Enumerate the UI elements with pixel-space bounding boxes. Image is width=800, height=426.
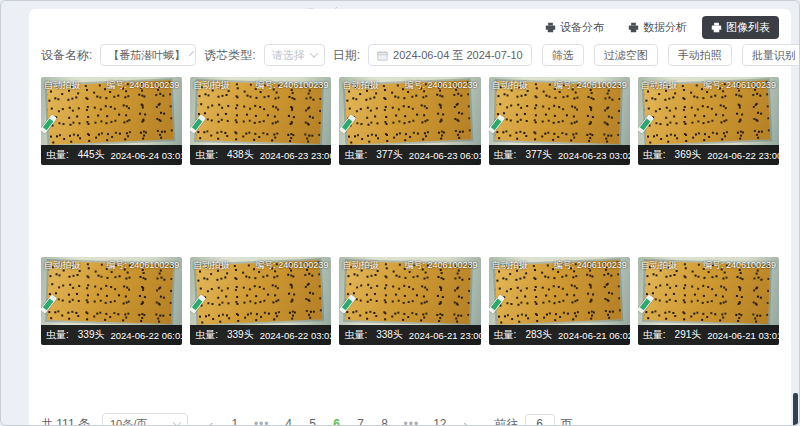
insect-count-label: 虫量: [195,148,218,162]
pagination-bar: 共 111 条 10条/页 ‹ 1 ••• 4 5 6 7 8 ••• 12 ›… [41,413,779,426]
capture-mode-badge: 自动拍摄 [193,79,229,92]
nav-label: 数据分析 [643,20,687,35]
trap-photo: 自动拍摄 编号: 2406100239 虫量:377头 2024-06-23 0… [489,77,630,165]
image-card[interactable]: 自动拍摄 编号: 2406100239 虫量:377头 2024-06-23 0… [339,77,480,165]
nav-device-distribution[interactable]: 设备分布 [536,16,613,39]
page-jump-input[interactable] [525,414,555,426]
image-card[interactable]: 自动拍摄 编号: 2406100239 虫量:377头 2024-06-23 0… [489,77,630,165]
date-range-input[interactable]: 2024-06-04 至 2024-07-10 [368,44,532,66]
capture-mode-badge: 自动拍摄 [492,259,528,272]
calendar-icon [377,50,388,61]
page-button-12[interactable]: 12 [433,417,446,426]
date-range-value: 2024-06-04 至 2024-07-10 [393,48,523,63]
image-grid: 自动拍摄 编号: 2406100239 虫量:445头 2024-06-24 0… [41,77,779,345]
capture-time: 2024-06-22 06:01:50 [110,330,182,341]
scrollbar-track[interactable] [792,1,799,426]
page-size-value: 10条/页 [110,417,147,426]
device-number: 编号: 2406100239 [703,259,776,272]
app-window: 设备分布 数据分析 图像列表 设备名称: 【番茄潜叶蛾】 诱芯类型: 请选择 [0,0,800,426]
filter-empty-button[interactable]: 过滤空图 [594,44,658,66]
image-card[interactable]: 自动拍摄 编号: 2406100239 虫量:291头 2024-06-21 0… [638,257,779,345]
next-ellipsis[interactable]: ••• [404,417,420,426]
page-button-4[interactable]: 4 [284,417,294,426]
image-card[interactable]: 自动拍摄 编号: 2406100239 虫量:339头 2024-06-22 0… [41,257,182,345]
scrollbar-thumb[interactable] [793,393,798,426]
nav-data-analysis[interactable]: 数据分析 [619,16,696,39]
page-button-1[interactable]: 1 [230,417,240,426]
total-count: 共 111 条 [41,416,90,426]
page-button-6-active[interactable]: 6 [332,417,342,426]
insect-count: 445头 [78,148,105,162]
page-list: ‹ 1 ••• 4 5 6 7 8 ••• 12 › [206,417,471,426]
page-button-8[interactable]: 8 [380,417,390,426]
capture-time: 2024-06-23 06:01:50 [409,150,481,161]
photo-info-bar: 虫量:339头 2024-06-22 03:02:02 详情 [190,325,331,345]
image-card[interactable]: 自动拍摄 编号: 2406100239 虫量:369头 2024-06-22 2… [638,77,779,165]
insect-count: 369头 [675,148,702,162]
page-size-select[interactable]: 10条/页 [102,413,188,426]
search-button[interactable]: 筛选 [542,44,584,66]
insect-count-label: 虫量: [344,328,367,342]
image-card[interactable]: 自动拍摄 编号: 2406100239 虫量:338头 2024-06-21 2… [339,257,480,345]
date-label: 日期: [333,47,360,64]
insect-count-label: 虫量: [195,328,218,342]
insect-count: 291头 [675,328,702,342]
device-select-value: 【番茄潜叶蛾】 [108,48,185,63]
lure-select-placeholder: 请选择 [272,48,305,63]
image-card[interactable]: 自动拍摄 编号: 2406100239 虫量:339头 2024-06-22 0… [190,257,331,345]
trap-photo: 自动拍摄 编号: 2406100239 虫量:338头 2024-06-21 2… [339,257,480,345]
photo-info-bar: 虫量:283头 2024-06-21 06:02:07 详情 [489,325,630,345]
photo-info-bar: 虫量:339头 2024-06-22 06:01:50 详情 [41,325,182,345]
device-number: 编号: 2406100239 [703,79,776,92]
page-button-5[interactable]: 5 [308,417,318,426]
manual-shot-button[interactable]: 手动拍照 [668,44,732,66]
nav-image-list[interactable]: 图像列表 [702,16,779,39]
insect-count-label: 虫量: [494,328,517,342]
prev-ellipsis[interactable]: ••• [254,417,270,426]
photo-info-bar: 虫量:445头 2024-06-24 03:01:50 详情 [41,145,182,165]
insect-count: 438头 [227,148,254,162]
main-panel: 设备分布 数据分析 图像列表 设备名称: 【番茄潜叶蛾】 诱芯类型: 请选择 [29,9,791,426]
view-switcher: 设备分布 数据分析 图像列表 [41,15,779,39]
image-card[interactable]: 自动拍摄 编号: 2406100239 虫量:283头 2024-06-21 0… [489,257,630,345]
jump-suffix-label: 页 [561,416,573,426]
trap-photo: 自动拍摄 编号: 2406100239 虫量:283头 2024-06-21 0… [489,257,630,345]
prev-page-button[interactable]: ‹ [206,417,216,426]
capture-time: 2024-06-21 03:01:48 [707,330,779,341]
image-card[interactable]: 自动拍摄 编号: 2406100239 虫量:445头 2024-06-24 0… [41,77,182,165]
capture-mode-badge: 自动拍摄 [193,259,229,272]
photo-info-bar: 虫量:338头 2024-06-21 23:00:37 详情 [339,325,480,345]
capture-time: 2024-06-21 06:02:07 [558,330,630,341]
capture-mode-badge: 自动拍摄 [641,259,677,272]
device-name-label: 设备名称: [41,47,92,64]
photo-info-bar: 虫量:377头 2024-06-23 03:02:22 详情 [489,145,630,165]
trap-photo: 自动拍摄 编号: 2406100239 虫量:339头 2024-06-22 0… [41,257,182,345]
lure-select[interactable]: 请选择 [264,44,325,66]
insect-count: 338头 [376,328,403,342]
capture-time: 2024-06-21 23:00:37 [409,330,481,341]
capture-mode-badge: 自动拍摄 [44,259,80,272]
device-select[interactable]: 【番茄潜叶蛾】 [100,44,196,66]
insect-count: 377头 [525,148,552,162]
capture-mode-badge: 自动拍摄 [44,79,80,92]
device-number: 编号: 2406100239 [554,79,627,92]
capture-time: 2024-06-23 03:02:22 [558,150,630,161]
page-button-7[interactable]: 7 [356,417,366,426]
insect-count: 377头 [376,148,403,162]
trap-photo: 自动拍摄 编号: 2406100239 虫量:445头 2024-06-24 0… [41,77,182,165]
next-page-button[interactable]: › [461,417,471,426]
photo-info-bar: 虫量:377头 2024-06-23 06:01:50 详情 [339,145,480,165]
chevron-down-icon [173,418,181,426]
capture-time: 2024-06-23 23:00:37 [260,150,332,161]
printer-icon [628,22,639,33]
insect-count: 283头 [525,328,552,342]
capture-mode-badge: 自动拍摄 [342,79,378,92]
device-number: 编号: 2406100239 [106,259,179,272]
image-card[interactable]: 自动拍摄 编号: 2406100239 虫量:438头 2024-06-23 2… [190,77,331,165]
nav-label: 图像列表 [726,20,770,35]
photo-info-bar: 虫量:438头 2024-06-23 23:00:37 详情 [190,145,331,165]
device-number: 编号: 2406100239 [255,79,328,92]
trap-photo: 自动拍摄 编号: 2406100239 虫量:339头 2024-06-22 0… [190,257,331,345]
chevron-down-icon [189,51,194,56]
printer-icon [711,22,722,33]
